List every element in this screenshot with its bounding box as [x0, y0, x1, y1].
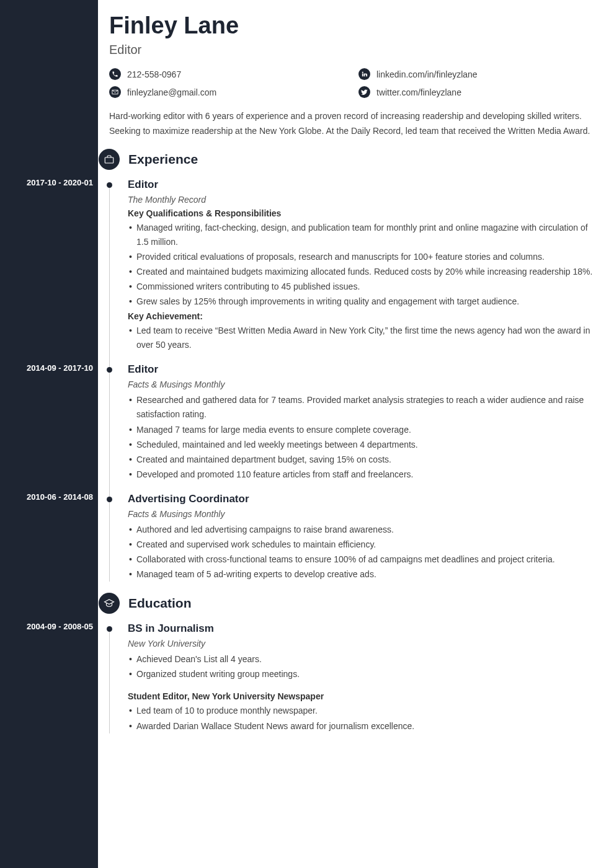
bullet: Researched and gathered data for 7 teams… — [128, 393, 595, 422]
twitter-icon — [358, 86, 370, 98]
bullet: Created and maintained budgets maximizin… — [128, 265, 595, 279]
experience-entry: Editor Facts & Musings Monthly Researche… — [128, 363, 595, 482]
bullet: Led team to receive “Best Written Media … — [128, 324, 595, 352]
degree-title: BS in Journalism — [128, 622, 595, 635]
contact-phone: 212-558-0967 — [109, 68, 346, 80]
job-title: Advertising Coordinator — [128, 493, 595, 505]
bullet: Achieved Dean's List all 4 years. — [128, 652, 595, 666]
bullet: Commissioned writers contributing to 45 … — [128, 280, 595, 294]
contact-linkedin: linkedin.com/in/finleyzlane — [358, 68, 595, 80]
graduation-cap-icon — [99, 593, 120, 614]
sidebar: 2017-10 - 2020-012014-09 - 2017-102010-0… — [0, 0, 98, 868]
linkedin-text: linkedin.com/in/finleyzlane — [376, 69, 478, 79]
education-timeline: BS in Journalism New York University Ach… — [109, 622, 595, 733]
bullet: Developed and promoted 110 feature artic… — [128, 467, 595, 482]
job-bullets: Led team to receive “Best Written Media … — [128, 324, 595, 352]
date-range: 2004-09 - 2008-05 — [27, 622, 93, 631]
bullet: Managed 7 teams for large media events t… — [128, 423, 595, 437]
job-company: The Monthly Record — [128, 195, 595, 205]
email-text: finleyzlane@gmail.com — [127, 87, 216, 97]
bullet: Managed writing, fact-checking, design, … — [128, 221, 595, 249]
phone-text: 212-558-0967 — [127, 69, 181, 79]
bullet: Collaborated with cross-functional teams… — [128, 552, 595, 567]
job-subhead: Key Achievement: — [128, 311, 595, 321]
education-subhead: Student Editor, New York University News… — [128, 691, 595, 701]
job-title: Editor — [128, 363, 595, 376]
main-content: Finley Lane Editor 212-558-0967 linkedin… — [98, 0, 614, 868]
timeline-dot — [107, 626, 112, 632]
contact-twitter: twitter.com/finleyzlane — [358, 86, 595, 98]
bullet: Grew sales by 125% through improvements … — [128, 294, 595, 309]
timeline-dot — [107, 367, 112, 373]
job-bullets: Researched and gathered data for 7 teams… — [128, 393, 595, 482]
job-subhead: Key Qualifications & Responsibilities — [128, 208, 595, 218]
job-company: Facts & Musings Monthly — [128, 509, 595, 519]
svg-rect-0 — [105, 157, 113, 163]
bullet: Awarded Darian Wallace Student News awar… — [128, 719, 595, 733]
job-title: Editor — [128, 179, 595, 191]
bullet: Provided critical evaluations of proposa… — [128, 250, 595, 264]
bullet: Scheduled, maintained and led weekly mee… — [128, 438, 595, 452]
bullet: Created and supervised work schedules to… — [128, 538, 595, 552]
education-title: Education — [128, 596, 192, 611]
timeline-dot — [107, 497, 112, 502]
contact-email: finleyzlane@gmail.com — [109, 86, 346, 98]
education-entry: BS in Journalism New York University Ach… — [128, 622, 595, 733]
phone-icon — [109, 68, 121, 80]
twitter-text: twitter.com/finleyzlane — [376, 87, 461, 97]
bullet: Managed team of 5 ad-writing experts to … — [128, 567, 595, 582]
experience-entry: Advertising Coordinator Facts & Musings … — [128, 493, 595, 582]
job-company: Facts & Musings Monthly — [128, 379, 595, 389]
briefcase-icon — [99, 149, 120, 170]
education-section-header: Education — [99, 593, 595, 614]
school-name: New York University — [128, 639, 595, 649]
contact-grid: 212-558-0967 linkedin.com/in/finleyzlane… — [109, 68, 595, 98]
date-range: 2014-09 - 2017-10 — [27, 363, 93, 373]
candidate-title: Editor — [109, 43, 595, 57]
experience-title: Experience — [128, 152, 198, 167]
education-bullets: Led team of 10 to produce monthly newspa… — [128, 704, 595, 733]
linkedin-icon — [358, 68, 370, 80]
email-icon — [109, 86, 121, 98]
timeline-dot — [107, 182, 112, 188]
experience-section-header: Experience — [99, 149, 595, 170]
date-range: 2010-06 - 2014-08 — [27, 492, 93, 502]
summary-text: Hard-working editor with 6 years of expe… — [109, 109, 595, 139]
experience-timeline: Editor The Monthly Record Key Qualificat… — [109, 179, 595, 582]
experience-entry: Editor The Monthly Record Key Qualificat… — [128, 179, 595, 353]
job-bullets: Managed writing, fact-checking, design, … — [128, 221, 595, 309]
education-bullets: Achieved Dean's List all 4 years. Organi… — [128, 652, 595, 681]
bullet: Led team of 10 to produce monthly newspa… — [128, 704, 595, 718]
job-bullets: Authored and led advertising campaigns t… — [128, 523, 595, 582]
candidate-name: Finley Lane — [109, 12, 595, 39]
bullet: Authored and led advertising campaigns t… — [128, 523, 595, 537]
bullet: Created and maintained department budget… — [128, 453, 595, 467]
bullet: Organized student writing group meetings… — [128, 667, 595, 681]
date-range: 2017-10 - 2020-01 — [27, 178, 93, 187]
